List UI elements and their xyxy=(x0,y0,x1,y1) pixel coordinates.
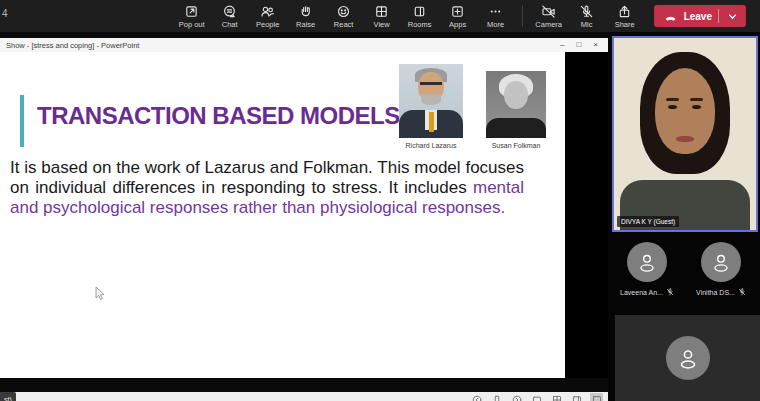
chat-icon xyxy=(222,4,237,19)
camera-label: Camera xyxy=(535,20,562,29)
view-button[interactable]: View xyxy=(363,4,401,29)
mic-off-icon xyxy=(738,288,746,296)
video-tile-divya[interactable]: DIVYA K Y (Guest) xyxy=(612,36,758,232)
video-person-eye xyxy=(668,105,677,109)
participant-row: Laveena An... Vinitha DS... xyxy=(608,242,760,296)
powerpoint-content: TRANSACTION BASED MODELS Richard Lazarus xyxy=(0,52,608,378)
more-icon xyxy=(488,4,503,19)
powerpoint-window: Show - [stress and coping] - PowerPoint … xyxy=(0,38,608,393)
apps-button[interactable]: Apps xyxy=(439,4,477,29)
react-icon xyxy=(336,4,351,19)
annotation-pen-button[interactable] xyxy=(490,393,503,401)
participant-name-tag: DIVYA K Y (Guest) xyxy=(617,216,679,227)
grid-view-button[interactable] xyxy=(550,393,563,401)
caption-susan-folkman: Susan Folkman xyxy=(480,142,552,149)
meeting-controls: Pop out Chat People Raise React View Roo… xyxy=(173,4,760,29)
slide-title: TRANSACTION BASED MODELS xyxy=(37,102,437,130)
teams-meeting-toolbar: 4 Pop out Chat People Raise React View R xyxy=(0,0,760,32)
participants-sidebar: DIVYA K Y (Guest) Laveena An... Vinitha … xyxy=(608,32,760,401)
rooms-button[interactable]: Rooms xyxy=(401,4,439,29)
comments-button[interactable] xyxy=(530,393,543,401)
person-icon xyxy=(636,251,658,273)
mic-off-icon xyxy=(579,4,594,19)
apps-label: Apps xyxy=(449,20,466,29)
pop-out-button[interactable]: Pop out xyxy=(173,4,211,29)
people-label: People xyxy=(256,20,279,29)
rooms-icon xyxy=(412,4,427,19)
window-title: Show - [stress and coping] - PowerPoint xyxy=(0,41,139,50)
participant-name: Laveena An... xyxy=(620,289,663,296)
video-person-lips xyxy=(676,136,694,142)
next-slide-button[interactable] xyxy=(510,393,523,401)
participant-label: Laveena An... xyxy=(620,288,674,296)
slide: TRANSACTION BASED MODELS Richard Lazarus xyxy=(0,52,565,378)
react-button[interactable]: React xyxy=(325,4,363,29)
window-controls: – □ × xyxy=(560,38,608,52)
slide-accent-bar xyxy=(20,95,24,147)
mic-label: Mic xyxy=(581,20,593,29)
more-label: More xyxy=(487,20,504,29)
share-button[interactable]: Share xyxy=(606,4,644,29)
reading-view-button[interactable] xyxy=(570,393,583,401)
camera-button[interactable]: Camera xyxy=(530,4,568,29)
portrait-beard xyxy=(421,94,441,105)
person-icon xyxy=(676,346,700,370)
avatar xyxy=(627,242,667,282)
person-icon xyxy=(710,251,732,273)
avatar xyxy=(701,242,741,282)
pop-out-label: Pop out xyxy=(179,20,205,29)
chat-label: Chat xyxy=(222,20,238,29)
powerpoint-titlebar: Show - [stress and coping] - PowerPoint … xyxy=(0,38,608,52)
slideshow-controls xyxy=(470,392,603,401)
photo-richard-lazarus xyxy=(399,64,463,138)
more-button[interactable]: More xyxy=(477,4,515,29)
hang-up-icon xyxy=(663,9,678,24)
participant-tile-unnamed[interactable] xyxy=(615,315,760,401)
portrait-glasses xyxy=(420,82,442,85)
portrait-tie xyxy=(429,112,434,132)
raise-hand-button[interactable]: Raise xyxy=(287,4,325,29)
share-label: Share xyxy=(615,20,635,29)
participant-tile-vinitha[interactable]: Vinitha DS... xyxy=(690,242,752,296)
caption-richard-lazarus: Richard Lazarus xyxy=(391,142,471,149)
chevron-down-icon[interactable] xyxy=(725,9,740,24)
prev-slide-button[interactable] xyxy=(470,393,483,401)
slideshow-view-button[interactable] xyxy=(590,393,603,401)
toolbar-divider xyxy=(522,5,523,27)
participant-name: Vinitha DS... xyxy=(696,289,735,296)
minimize-button[interactable]: – xyxy=(560,38,564,52)
mic-button[interactable]: Mic xyxy=(568,4,606,29)
mic-off-icon xyxy=(666,288,674,296)
rooms-label: Rooms xyxy=(408,20,432,29)
video-person-brow xyxy=(690,98,703,101)
chat-button[interactable]: Chat xyxy=(211,4,249,29)
participant-label: Vinitha DS... xyxy=(696,288,746,296)
statusbar-left-label: st) xyxy=(0,392,16,401)
restore-button[interactable]: □ xyxy=(576,38,581,52)
video-person-brow xyxy=(666,98,679,101)
slide-body-text: It is based on the work of Lazarus and F… xyxy=(10,158,524,218)
people-icon xyxy=(260,4,275,19)
portrait-face xyxy=(504,81,528,109)
view-grid-icon xyxy=(374,4,389,19)
participant-tile-laveena[interactable]: Laveena An... xyxy=(616,242,678,296)
raise-label: Raise xyxy=(296,20,315,29)
close-button[interactable]: × xyxy=(593,38,598,52)
avatar xyxy=(666,336,710,380)
leave-label: Leave xyxy=(684,11,712,22)
shared-screen-stage: Show - [stress and coping] - PowerPoint … xyxy=(0,32,608,401)
mouse-cursor xyxy=(94,286,105,302)
raise-hand-icon xyxy=(298,4,313,19)
camera-off-icon xyxy=(541,4,556,19)
leave-button[interactable]: Leave xyxy=(654,5,746,27)
view-label: View xyxy=(374,20,390,29)
leave-divider xyxy=(718,9,719,23)
portrait-top xyxy=(486,118,546,138)
photo-susan-folkman xyxy=(486,71,546,138)
video-person-eye xyxy=(692,105,701,109)
people-button[interactable]: People xyxy=(249,4,287,29)
share-icon xyxy=(617,4,632,19)
body-segment-black: It is based on the work of Lazarus and F… xyxy=(10,158,524,197)
meeting-count: 4 xyxy=(2,8,8,19)
apps-icon xyxy=(450,4,465,19)
